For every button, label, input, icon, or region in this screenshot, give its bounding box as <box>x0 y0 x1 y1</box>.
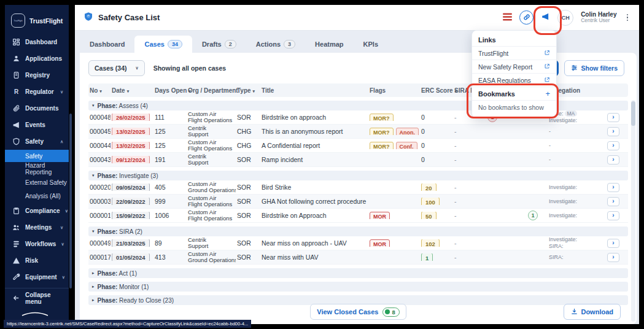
open-case-button[interactable]: › <box>607 183 619 192</box>
sidebar-item-safety[interactable]: Safety ∧ <box>5 133 69 150</box>
dropdown-link-new-safety-report[interactable]: New Safety Report <box>472 60 556 74</box>
erc-score-badge: 100 <box>421 198 440 205</box>
case-row: 00002009/05/2024405Custom AirGround Oper… <box>88 180 628 195</box>
vertical-scrollbar[interactable] <box>631 100 635 322</box>
case-row: 00004921/03/202589CentrikSupportSORNear … <box>88 236 628 250</box>
sidebar-subitem-analysis-all[interactable]: Analysis (All) <box>5 189 69 203</box>
tab-cases[interactable]: Cases34 <box>134 36 192 53</box>
chevron-down-icon: ∨ <box>60 225 63 230</box>
column-header[interactable]: Type▾ <box>236 87 260 94</box>
sira-rating: - <box>453 198 484 205</box>
phase-group-row[interactable]: ▾Phase: Investigate (3) <box>88 171 628 180</box>
dropdown-link-trustflight[interactable]: TrustFlight <box>472 47 556 60</box>
sidebar-subitem-hazard-reporting[interactable]: Hazard Reporting <box>5 162 69 176</box>
delegate-initials-badge: MA <box>565 110 578 117</box>
showing-text: Showing all open cases <box>153 64 226 72</box>
closed-count-badge: 8 <box>382 308 399 317</box>
safety-submenu: Safety Hazard Reporting External Safety … <box>5 150 69 203</box>
sidebar-item-registry[interactable]: Registry <box>5 67 69 83</box>
add-bookmark-button[interactable]: + <box>545 89 550 98</box>
phase-group-row[interactable]: ▸Phase: Act (1) <box>88 268 628 278</box>
tab-actions[interactable]: Actions3 <box>246 36 305 53</box>
wrench-icon <box>12 273 20 281</box>
column-header[interactable]: Title <box>260 87 368 94</box>
open-case-button[interactable]: › <box>607 197 619 206</box>
links-bookmarks-dropdown: Links TrustFlight New Safety Report EASA… <box>471 30 557 118</box>
flag-badge: MOR? <box>370 114 394 121</box>
bookmarks-empty-label: No bookmarks to show <box>478 104 544 111</box>
case-no: 000003 <box>88 198 111 205</box>
case-date: 09/12/2024 <box>111 156 153 163</box>
sidebar-subitem-external-safety[interactable]: External Safety <box>5 176 69 189</box>
external-link-icon <box>544 50 550 57</box>
case-type: CHG <box>236 142 260 149</box>
org-department: Custom AirFlight Operations <box>187 209 236 222</box>
scrollbar-thumb[interactable] <box>631 101 635 126</box>
collapse-arrow-icon <box>12 294 20 302</box>
sidebar-item-applications[interactable]: Applications <box>5 50 69 67</box>
view-closed-cases-button[interactable]: View Closed Cases 8 <box>310 304 406 320</box>
tab-kpis[interactable]: KPIs <box>354 36 388 53</box>
column-header[interactable]: ERC Score▾ <box>420 87 453 94</box>
column-header[interactable]: Org / Department <box>187 87 236 94</box>
collapse-menu-button[interactable]: Collapse menu <box>5 290 69 306</box>
download-button[interactable]: Download <box>564 304 621 320</box>
open-case-button[interactable]: › <box>607 113 619 122</box>
erc-score: 20 <box>420 184 453 191</box>
regulator-icon: R <box>12 88 20 96</box>
column-header[interactable]: Days Open▾ <box>153 87 187 94</box>
phase-group-row[interactable]: ▾Phase: SIRA (2) <box>88 226 628 236</box>
tab-dashboard[interactable]: Dashboard <box>80 36 134 53</box>
cases-select[interactable]: Cases (34) ∨ <box>88 60 145 76</box>
sidebar-item-workflows[interactable]: Workflows ∨ <box>5 236 69 252</box>
tab-drafts[interactable]: Drafts2 <box>192 36 246 53</box>
triangle-right-icon: ▸ <box>92 298 95 303</box>
bookmarks-header-label: Bookmarks <box>478 90 515 98</box>
erc-score-badge: 1 <box>421 254 433 261</box>
sidebar-subitem-safety[interactable]: Safety <box>5 150 69 162</box>
date-badge: 22/09/2022 <box>112 198 150 205</box>
chevron-up-icon: ∧ <box>60 139 63 144</box>
case-date: 22/09/2022 <box>111 198 153 205</box>
phase-group-row[interactable]: ▸Phase: Monitor (1) <box>88 282 628 292</box>
org-department: Custom AirFlight Operations <box>187 111 236 124</box>
column-header[interactable]: Date▾ <box>111 87 153 94</box>
open-case-button[interactable]: › <box>607 211 619 220</box>
column-header[interactable]: No▾ <box>88 87 111 94</box>
case-no: 000017 <box>88 254 111 261</box>
show-filters-button[interactable]: Show filters <box>564 60 624 76</box>
case-no: 000045 <box>88 128 111 135</box>
sidebar-item-equipment[interactable]: Equipment ∨ <box>5 269 69 285</box>
sidebar-item-compliance[interactable]: Compliance ∨ <box>5 203 69 219</box>
case-date: 01/05/2024 <box>111 254 153 261</box>
column-header[interactable]: Flags <box>368 87 420 94</box>
links-menu-button[interactable] <box>519 10 533 25</box>
open-case-button[interactable]: › <box>607 155 619 164</box>
kebab-menu-icon[interactable] <box>624 13 631 23</box>
flag-badge: MOR <box>370 239 390 247</box>
red-list-icon[interactable] <box>503 12 512 23</box>
erc-score-badge: 50 <box>421 212 436 219</box>
sidebar-item-regulator[interactable]: R Regulator ∨ <box>5 83 69 100</box>
status-url: https://learncentrik-3.centrik.net/SMS/C… <box>7 321 248 327</box>
case-date: 15/09/2022 <box>111 212 153 219</box>
megaphone-icon[interactable] <box>541 12 550 23</box>
sidebar-item-meetings[interactable]: Meetings ∨ <box>5 219 69 236</box>
date-badge: 09/12/2024 <box>112 156 150 163</box>
open-case-button[interactable]: › <box>607 253 619 262</box>
sidebar-item-documents[interactable]: Documents <box>5 100 69 117</box>
open-case-button[interactable]: › <box>607 239 619 248</box>
tab-heatmap[interactable]: Heatmap <box>305 36 353 53</box>
open-case-button[interactable]: › <box>607 141 619 150</box>
sidebar-scrollbar-thumb[interactable] <box>69 114 72 288</box>
row-action: › <box>606 113 630 122</box>
case-row: 00001701/05/2024413Custom AirGround Oper… <box>88 250 628 265</box>
open-case-button[interactable]: › <box>607 127 619 136</box>
avatar[interactable]: CH <box>557 10 573 26</box>
delegation: SIRA: <box>548 254 606 261</box>
sidebar-item-dashboard[interactable]: Dashboard <box>5 34 69 50</box>
sidebar-item-risk[interactable]: Risk <box>5 252 69 269</box>
sidebar-item-events[interactable]: Events <box>5 117 69 133</box>
cases-select-value: Cases (34) <box>95 64 127 72</box>
dropdown-link-easa-regulations[interactable]: EASA Regulations <box>472 74 556 87</box>
